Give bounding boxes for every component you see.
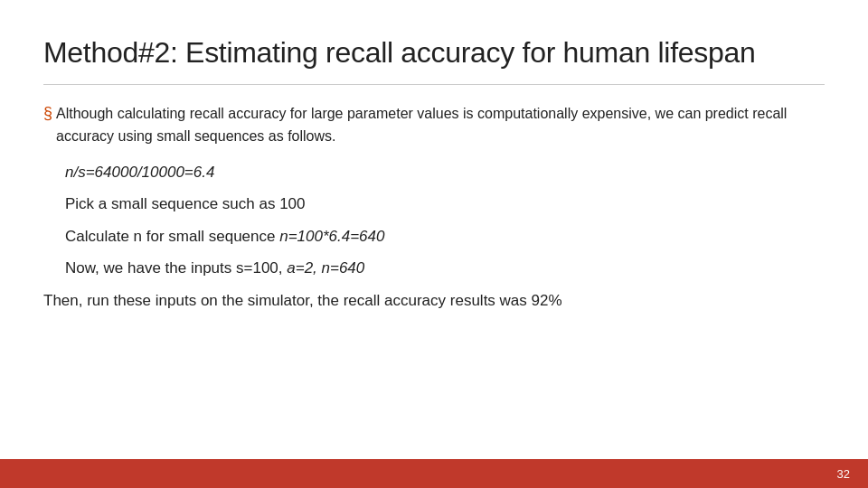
line4-italic: a=2, n=640: [287, 259, 364, 277]
slide-content: § Although calculating recall accuracy f…: [43, 103, 825, 443]
divider: [43, 84, 825, 85]
footer-bar: 32: [0, 459, 868, 488]
line-pick: Pick a small sequence such as 100: [65, 192, 825, 216]
footer-page-number: 32: [837, 467, 850, 481]
line4-prefix: Now, we have the inputs s=100,: [65, 259, 287, 277]
slide-title: Method#2: Estimating recall accuracy for…: [43, 36, 825, 70]
line3-italic: n=100*6.4=640: [279, 228, 384, 245]
line-now: Now, we have the inputs s=100, a=2, n=64…: [65, 257, 825, 280]
bullet-item-main: § Although calculating recall accuracy f…: [43, 103, 825, 148]
bullet-marker: §: [43, 104, 52, 123]
line3-prefix: Calculate n for small sequence: [65, 228, 279, 245]
slide: Method#2: Estimating recall accuracy for…: [0, 0, 868, 488]
line-then: Then, run these inputs on the simulator,…: [43, 289, 825, 313]
line-calculate: Calculate n for small sequence n=100*6.4…: [65, 225, 825, 249]
bullet-text-main: Although calculating recall accuracy for…: [56, 103, 825, 148]
line-ratio: n/s=64000/10000=6.4: [65, 161, 825, 184]
